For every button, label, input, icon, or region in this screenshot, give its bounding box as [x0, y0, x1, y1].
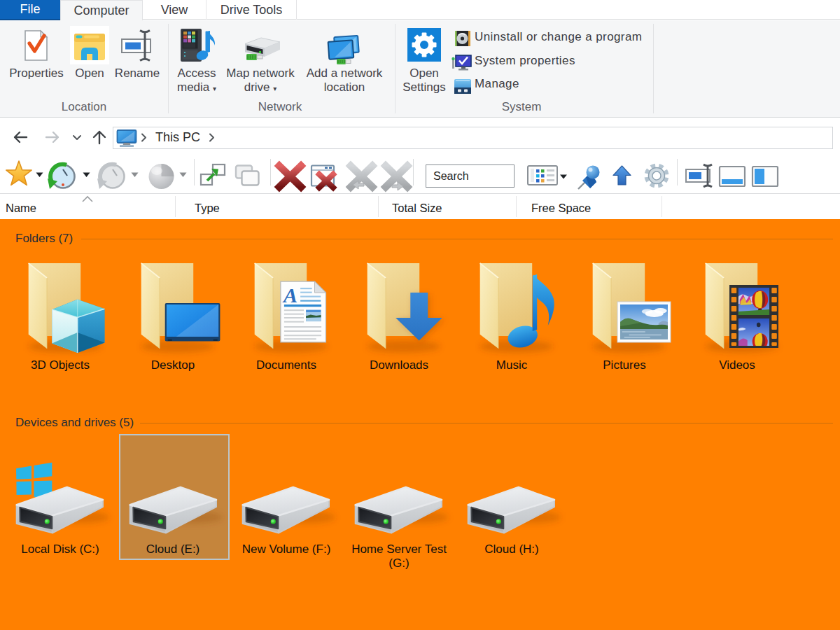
svg-text:A: A: [282, 284, 298, 307]
